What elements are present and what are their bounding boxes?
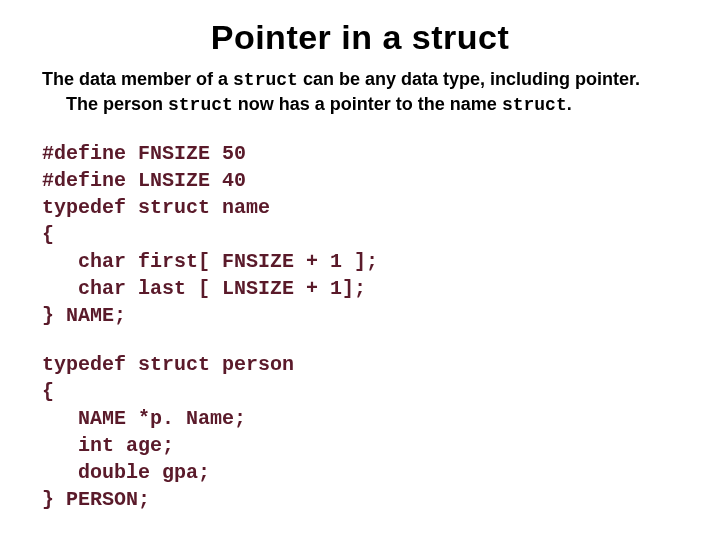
desc-line1-code: struct [233, 70, 298, 90]
desc-line1-b: can be any data type, including pointer. [298, 69, 640, 89]
desc-line2-code2: struct [502, 95, 567, 115]
code-block-name-struct: #define FNSIZE 50 #define LNSIZE 40 type… [42, 140, 678, 329]
description-paragraph: The data member of a struct can be any d… [42, 67, 678, 118]
desc-line2-a: The person [66, 94, 168, 114]
slide-title: Pointer in a struct [42, 18, 678, 57]
desc-line2-c: . [567, 94, 572, 114]
desc-line2-b: now has a pointer to the name [233, 94, 502, 114]
slide: Pointer in a struct The data member of a… [0, 0, 720, 540]
desc-line2-code1: struct [168, 95, 233, 115]
desc-line1-a: The data member of a [42, 69, 233, 89]
code-block-person-struct: typedef struct person { NAME *p. Name; i… [42, 351, 678, 513]
